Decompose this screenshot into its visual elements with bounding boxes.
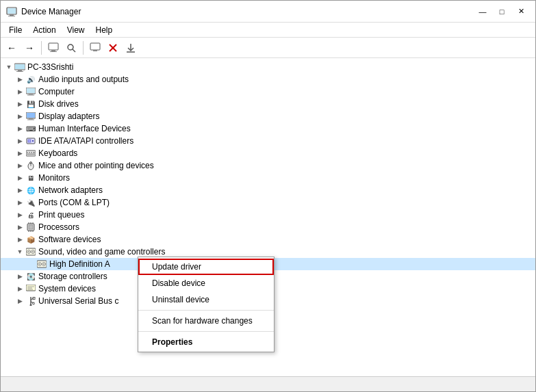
ctx-scan-hardware[interactable]: Scan for hardware changes [138,313,274,329]
svg-rect-2 [8,16,15,16]
highdef-icon [36,259,47,270]
network-expand[interactable]: ▶ [14,185,25,196]
toolbar: ← → [1,38,535,58]
svg-rect-24 [27,113,35,118]
back-button[interactable]: ← [3,40,20,55]
disk-expand[interactable]: ▶ [14,99,25,109]
tree-software[interactable]: ▶ Software devices [1,233,535,246]
ctx-update-driver[interactable]: Update driver [138,259,274,275]
update-driver-button[interactable] [87,40,103,55]
minimize-button[interactable]: — [474,5,492,18]
remove-button[interactable] [105,40,121,55]
tree-mice[interactable]: ▶ Mice and other pointing devices [1,159,535,172]
svg-rect-34 [33,152,35,153]
tree-ports[interactable]: ▶ Ports (COM & LPT) [1,196,535,209]
ctx-sep-1 [138,310,274,311]
tree-hid[interactable]: ▶ Human Interface Devices [1,122,535,135]
svg-rect-63 [33,298,35,300]
svg-point-65 [33,302,35,304]
svg-rect-1 [10,14,14,16]
svg-rect-33 [31,152,32,153]
processors-label: Processors [38,222,79,232]
display-icon [25,111,36,122]
ctx-properties[interactable]: Properties [138,334,274,350]
storage-expand[interactable]: ▶ [14,271,25,282]
storage-label: Storage controllers [38,272,107,281]
svg-rect-10 [93,50,97,51]
system-icon [25,283,36,294]
tree-computer[interactable]: ▶ Computer [1,86,535,98]
svg-rect-25 [29,118,33,120]
tree-audio[interactable]: ▶ Audio inputs and outputs [1,73,535,86]
scan-button[interactable] [63,40,79,55]
svg-point-51 [32,251,34,252]
menu-file[interactable]: File [3,24,27,36]
mice-icon [25,160,36,171]
window-title: Device Manager [21,7,81,16]
root-expand[interactable]: ▼ [3,62,14,73]
usb-label: Universal Serial Bus c [38,296,118,306]
ide-label: IDE ATA/ATAPI controllers [38,136,133,146]
tree-processors[interactable]: ▶ Processors [1,221,535,233]
computer-label: Computer [38,87,75,96]
highdef-label: High Definition A [49,259,110,269]
keyboard-expand[interactable]: ▶ [14,148,25,159]
keyboard-label: Keyboards [38,148,77,158]
svg-rect-9 [90,43,100,50]
svg-rect-5 [51,50,55,51]
menu-help[interactable]: Help [90,24,118,36]
audio-expand[interactable]: ▶ [14,74,25,85]
print-label: Print queues [38,210,84,220]
print-expand[interactable]: ▶ [14,209,25,220]
tree-display[interactable]: ▶ Display adapters [1,110,535,122]
tree-disk[interactable]: ▶ Disk drives [1,98,535,110]
storage-icon [25,271,36,282]
device-manager-window: Device Manager — □ ✕ File Action View He… [0,0,536,392]
computer-expand[interactable]: ▶ [14,86,25,97]
sound-icon [25,246,36,257]
svg-rect-32 [29,152,30,153]
svg-rect-18 [16,71,23,72]
close-button[interactable]: ✕ [512,5,530,18]
toolbar-sep-1 [41,41,42,55]
display-expand[interactable]: ▶ [14,111,25,122]
tree-keyboard[interactable]: ▶ Keyboards [1,147,535,159]
hid-expand[interactable]: ▶ [14,123,25,134]
tree-network[interactable]: ▶ Network adapters [1,184,535,196]
ctx-uninstall-device[interactable]: Uninstall device [138,291,274,308]
svg-point-54 [39,263,40,265]
system-expand[interactable]: ▶ [14,283,25,294]
monitors-icon [25,172,36,183]
tree-print[interactable]: ▶ Print queues [1,209,535,221]
download-button[interactable] [123,40,139,55]
ide-expand[interactable]: ▶ [14,135,25,146]
maximize-button[interactable]: □ [493,5,511,18]
processors-expand[interactable]: ▶ [14,222,25,233]
audio-label: Audio inputs and outputs [38,75,129,84]
svg-rect-26 [27,120,34,120]
svg-rect-6 [50,51,57,52]
usb-expand[interactable]: ▶ [14,296,25,306]
ctx-disable-device[interactable]: Disable device [138,275,274,291]
print-icon [25,209,36,220]
ports-icon [25,197,36,208]
svg-rect-28 [28,140,31,142]
menu-action[interactable]: Action [27,24,61,36]
tree-ide[interactable]: ▶ IDE ATA/ATAPI controllers [1,135,535,147]
tree-monitors[interactable]: ▶ Monitors [1,172,535,184]
sound-expand[interactable]: ▼ [14,246,25,257]
software-expand[interactable]: ▶ [14,234,25,245]
svg-rect-16 [15,64,25,69]
mice-expand[interactable]: ▶ [14,160,25,171]
properties-button[interactable] [45,40,62,55]
toolbar-sep-2 [83,41,84,55]
title-bar: Device Manager — □ ✕ [1,1,535,23]
forward-button[interactable]: → [21,40,38,55]
svg-point-7 [68,44,73,50]
tree-root[interactable]: ▼ PC-33Srishti [1,61,535,73]
ports-expand[interactable]: ▶ [14,197,25,208]
svg-rect-29 [32,140,34,142]
monitors-expand[interactable]: ▶ [14,172,25,183]
svg-rect-21 [29,94,33,95]
menu-view[interactable]: View [62,24,90,36]
